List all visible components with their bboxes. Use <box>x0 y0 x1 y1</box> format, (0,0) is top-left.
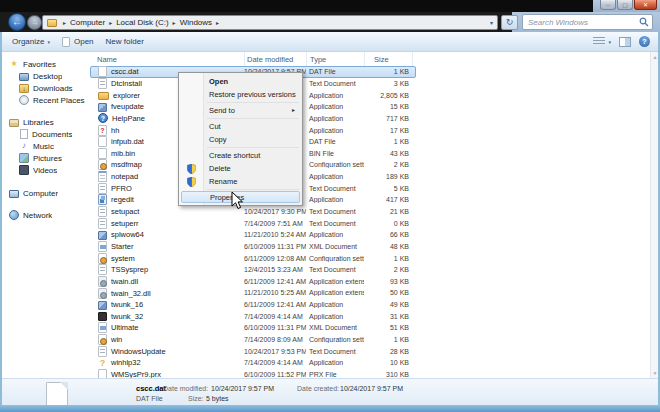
context-menu-item-delete[interactable]: Delete <box>181 162 300 175</box>
new-folder-button[interactable]: New folder <box>106 37 144 46</box>
file-name: winhlp32 <box>111 358 141 367</box>
breadcrumb-item-computer[interactable]: Computer <box>70 18 105 27</box>
file-row-twain-dll[interactable]: twain.dll6/11/2009 12:41 AMApplication e… <box>90 276 416 288</box>
scroll-up-icon[interactable]: ▲ <box>653 54 658 60</box>
refresh-button[interactable]: ↻ <box>501 15 518 30</box>
sidebar-item-videos[interactable]: Videos <box>2 164 89 176</box>
file-type: Text Document <box>306 185 364 192</box>
file-type: Application <box>306 92 364 99</box>
sidebar-item-favorites[interactable]: ★Favorites <box>2 58 89 70</box>
mouse-cursor <box>231 191 244 210</box>
file-row-starter[interactable]: Starter6/10/2009 11:31 PMXML Document48 … <box>90 241 416 253</box>
uac-shield-icon <box>187 177 196 187</box>
column-header-date-modified[interactable]: Date modified <box>245 52 307 66</box>
xml-document-icon <box>98 241 107 252</box>
bin-file-icon <box>98 148 107 159</box>
close-button[interactable]: ✕ <box>634 0 657 10</box>
file-type: Application <box>306 359 364 366</box>
file-date-modified: 6/11/2009 12:41 AM <box>244 301 306 308</box>
file-row-twain-32-dll[interactable]: twain_32.dll11/21/2010 5:25 AMApplicatio… <box>90 287 416 299</box>
file-size: 1 KB <box>364 68 412 75</box>
file-type: Application <box>306 127 364 134</box>
file-size: 49 KB <box>364 301 412 308</box>
search-input[interactable] <box>526 17 639 28</box>
context-menu-item-cut[interactable]: Cut <box>181 120 300 133</box>
forward-button[interactable]: → <box>27 15 42 30</box>
context-menu: OpenRestore previous versionsSend to▸Cut… <box>178 72 303 206</box>
file-name-cell: splwow64 <box>91 230 244 240</box>
column-header-type[interactable]: Type <box>307 52 365 66</box>
file-name: regedit <box>111 195 134 204</box>
file-size: 1 KB <box>364 255 412 262</box>
context-menu-item-restore-previous-versions[interactable]: Restore previous versions <box>181 88 300 101</box>
search-box[interactable] <box>522 14 653 30</box>
file-name-cell: twunk_16 <box>91 300 244 310</box>
file-row-win[interactable]: win7/14/2009 8:09 AMConfiguration sett..… <box>90 334 416 346</box>
sidebar-item-network[interactable]: Network <box>2 209 89 221</box>
size-value: 5 bytes <box>206 395 229 402</box>
file-name: win <box>111 335 122 344</box>
file-name: TSSysprep <box>111 265 148 274</box>
context-menu-item-send-to[interactable]: Send to▸ <box>181 104 300 117</box>
file-row-setupact[interactable]: setupact10/24/2017 9:30 PMText Document2… <box>90 206 416 218</box>
notepad-icon <box>98 171 107 182</box>
organize-button[interactable]: Organize ▾ <box>12 37 50 46</box>
open-button[interactable]: Open <box>62 37 94 47</box>
sidebar-item-music[interactable]: ♪Music <box>2 140 89 152</box>
file-name-cell: TSSysprep <box>91 264 244 275</box>
file-type: Application extens... <box>306 278 364 285</box>
text-document-icon <box>98 264 107 275</box>
back-button[interactable]: ← <box>8 13 26 31</box>
file-row-winhlp32[interactable]: ?winhlp327/14/2009 4:14 AMApplication10 … <box>90 357 416 369</box>
file-row-twunk-16[interactable]: twunk_166/11/2009 12:41 AMApplication49 … <box>90 299 416 311</box>
file-date-modified: 11/21/2010 5:24 AM <box>244 231 306 238</box>
scroll-down-icon[interactable]: ▼ <box>653 370 658 376</box>
sidebar-item-downloads[interactable]: ↓Downloads <box>2 82 89 94</box>
file-row-tssysprep[interactable]: TSSysprep12/4/2015 3:23 AMText Document2… <box>90 264 416 276</box>
application-icon <box>98 312 107 321</box>
sidebar-item-pictures[interactable]: Pictures <box>2 152 89 164</box>
column-header-size[interactable]: Size <box>365 52 413 66</box>
sidebar-item-documents[interactable]: Documents <box>2 128 89 140</box>
file-type: XML Document <box>306 243 364 250</box>
file-type: Configuration sett... <box>306 161 364 168</box>
file-row-system[interactable]: system6/11/2009 12:08 AMConfiguration se… <box>90 252 416 264</box>
music-icon: ♪ <box>19 141 29 151</box>
file-size: 5 KB <box>364 185 412 192</box>
file-row-windowsupdate[interactable]: WindowsUpdate10/24/2017 9:53 PMText Docu… <box>90 345 416 357</box>
preview-pane-button[interactable] <box>619 37 631 47</box>
file-row-setuperr[interactable]: setuperr7/14/2009 7:51 AMText Document0 … <box>90 217 416 229</box>
file-date-modified: 6/10/2009 11:31 PM <box>244 324 306 331</box>
file-name: setupact <box>111 207 139 216</box>
breadcrumb-item-local-disk-c-[interactable]: Local Disk (C:) <box>116 18 168 27</box>
context-menu-item-copy[interactable]: Copy <box>181 133 300 146</box>
help-button[interactable]: ? <box>639 36 650 47</box>
address-bar[interactable]: ▸Computer▸Local Disk (C:)▸Windows▸ ▾ <box>42 15 498 30</box>
sidebar-item-label: Pictures <box>33 154 62 163</box>
breadcrumb: ▸Computer▸Local Disk (C:)▸Windows▸ <box>59 18 223 27</box>
address-dropdown-icon[interactable]: ▾ <box>490 19 493 26</box>
file-name: cscc.dat <box>111 67 139 76</box>
file-row-ultimate[interactable]: Ultimate6/10/2009 11:31 PMXML Document51… <box>90 322 416 334</box>
breadcrumb-item-windows[interactable]: Windows <box>180 18 212 27</box>
file-row-twunk-32[interactable]: twunk_327/14/2009 4:14 AMApplication31 K… <box>90 310 416 322</box>
file-name: PFRO <box>111 184 132 193</box>
explorer-application-icon <box>98 92 109 100</box>
change-view-button[interactable]: ▾ <box>593 37 611 46</box>
sidebar-item-computer[interactable]: Computer <box>2 187 89 199</box>
context-menu-item-create-shortcut[interactable]: Create shortcut <box>181 149 300 162</box>
context-menu-item-rename[interactable]: Rename <box>181 175 300 188</box>
file-size: 2 KB <box>364 161 412 168</box>
minimize-button[interactable]: – <box>600 0 616 10</box>
file-list-rows: cscc.dat10/24/2017 9:57 PMDAT File1 KBDt… <box>90 66 652 380</box>
maximize-button[interactable]: ▢ <box>617 0 633 10</box>
file-type: Application <box>306 196 364 203</box>
sidebar-item-libraries[interactable]: Libraries <box>2 116 89 128</box>
file-row-splwow64[interactable]: splwow6411/21/2010 5:24 AMApplication66 … <box>90 229 416 241</box>
column-header-name[interactable]: Name <box>90 52 245 66</box>
context-menu-item-open[interactable]: Open <box>181 75 300 88</box>
sidebar-item-recent-places[interactable]: Recent Places <box>2 94 89 106</box>
sidebar-item-desktop[interactable]: Desktop <box>2 70 89 82</box>
file-name: twunk_32 <box>111 312 143 321</box>
minimize-icon: – <box>606 2 609 8</box>
